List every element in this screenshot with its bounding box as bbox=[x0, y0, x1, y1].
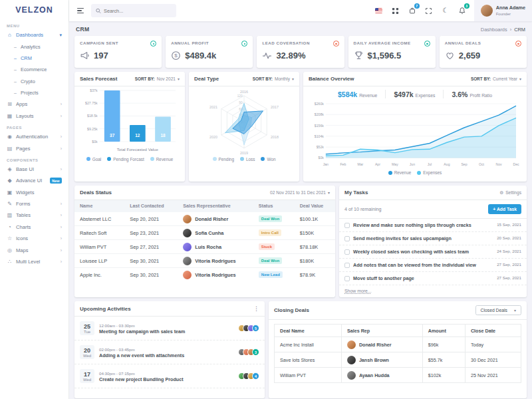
legend-item[interactable]: Revenue bbox=[150, 157, 174, 162]
stat-card-campaign-sent: CAMPAIGN SENT 197 bbox=[74, 36, 162, 68]
caret-down-icon: ▾ bbox=[292, 76, 294, 81]
bell-icon[interactable]: 3 bbox=[458, 6, 467, 15]
stat-card-lead-conversation: LEAD COVERSATION 32.89% bbox=[257, 36, 344, 68]
svg-text:37: 37 bbox=[110, 133, 115, 138]
search-input[interactable] bbox=[104, 8, 172, 14]
date-range-dropdown[interactable]: 02 Nov 2021 to 31 Dec 2021▾ bbox=[270, 190, 330, 195]
svg-text:2021: 2021 bbox=[209, 105, 217, 109]
sort-dropdown[interactable]: SORT BY:Current Year▾ bbox=[471, 76, 521, 81]
brand-logo[interactable]: VELZON bbox=[0, 0, 68, 20]
svg-text:Jun: Jun bbox=[410, 162, 415, 166]
sidebar-item-charts[interactable]: ◔Charts› bbox=[0, 221, 68, 233]
svg-text:$156k: $156k bbox=[315, 124, 324, 128]
svg-text:Nov: Nov bbox=[495, 162, 502, 166]
sidebar-item-tables[interactable]: ▥Tables› bbox=[0, 209, 68, 221]
sidebar-item-projects[interactable]: –Projects bbox=[0, 87, 68, 98]
layouts-icon: ▦ bbox=[7, 113, 13, 119]
caret-down-icon: ▾ bbox=[514, 308, 516, 313]
advance-ui-icon: ◆ bbox=[7, 178, 13, 184]
legend-item[interactable]: Loss bbox=[240, 157, 255, 162]
language-flag-icon[interactable] bbox=[374, 6, 384, 15]
chart-legend: PendingLossWon bbox=[194, 156, 294, 165]
legend-item[interactable]: Revenue bbox=[388, 170, 412, 175]
show-more-link[interactable]: Show more... bbox=[339, 285, 377, 297]
avatar bbox=[183, 243, 192, 251]
chevron-down-icon: ▾ bbox=[59, 33, 62, 38]
task-checkbox[interactable] bbox=[344, 236, 350, 241]
pages-icon: ▤ bbox=[7, 146, 13, 152]
revenue-total: $584k bbox=[338, 90, 357, 98]
sidebar-item-icons[interactable]: ☆Icons› bbox=[0, 233, 68, 244]
table-row: Raitech Soft Sep 23, 2021 Sofia Cunha In… bbox=[74, 226, 335, 240]
sidebar-item-crypto[interactable]: –Crypto bbox=[0, 76, 68, 87]
user-role: Founder bbox=[496, 12, 511, 16]
page-title: CRM bbox=[76, 26, 89, 33]
deals-filter-select[interactable]: Closed Deals▾ bbox=[475, 305, 521, 315]
legend-item[interactable]: Pending Forcast bbox=[107, 157, 144, 162]
avatar bbox=[347, 340, 356, 349]
megaphone-icon bbox=[80, 51, 90, 61]
legend-dot bbox=[107, 157, 111, 161]
task-checkbox[interactable] bbox=[344, 223, 350, 228]
svg-text:$0k: $0k bbox=[92, 140, 98, 144]
svg-text:$37k: $37k bbox=[90, 88, 98, 92]
chevron-right-icon: › bbox=[61, 146, 62, 151]
avatar bbox=[347, 356, 356, 364]
add-task-button[interactable]: + Add Task bbox=[488, 204, 521, 214]
search-icon bbox=[96, 8, 101, 14]
task-checkbox[interactable] bbox=[344, 249, 350, 255]
icons-icon: ☆ bbox=[7, 235, 13, 241]
task-checkbox[interactable] bbox=[344, 263, 350, 268]
sidebar-item-crm[interactable]: –CRM bbox=[0, 53, 68, 64]
activity-item: 25Tue 12:00am - 03:30pmMeeting for campa… bbox=[74, 317, 265, 340]
settings-button[interactable]: ⚙Settings bbox=[499, 190, 521, 196]
legend-item[interactable]: Pending bbox=[213, 157, 234, 162]
breadcrumb-parent[interactable]: Dashboards bbox=[481, 27, 507, 33]
sort-dropdown[interactable]: SORT BY:Nov 2021▾ bbox=[135, 76, 180, 81]
user-menu[interactable]: Anna Adame Founder bbox=[474, 0, 532, 21]
legend-item[interactable]: Won bbox=[261, 157, 275, 162]
cart-icon[interactable]: 7 bbox=[408, 6, 417, 15]
svg-text:Sep: Sep bbox=[461, 162, 467, 166]
fullscreen-icon[interactable] bbox=[424, 6, 434, 15]
sidebar-item-analytics[interactable]: –Analytics bbox=[0, 41, 68, 52]
caret-down-icon: ▾ bbox=[178, 76, 180, 81]
sidebar-item-apps[interactable]: ⊞Apps› bbox=[0, 98, 68, 110]
task-checkbox[interactable] bbox=[344, 276, 350, 281]
activity-date: 17Wed bbox=[80, 369, 94, 383]
sidebar-item-advance-ui[interactable]: ◆Advance UINew bbox=[0, 175, 68, 186]
legend-item[interactable]: Goal bbox=[86, 157, 102, 162]
dash-icon: – bbox=[13, 45, 17, 49]
chevron-right-icon: › bbox=[61, 236, 62, 241]
apps-grid-icon[interactable] bbox=[391, 6, 400, 15]
sidebar-item-forms[interactable]: ✎Forms› bbox=[0, 198, 68, 209]
trend-up-icon bbox=[424, 41, 430, 47]
chevron-right-icon: › bbox=[61, 167, 62, 172]
sidebar-item-authentication[interactable]: ◉Authentication› bbox=[0, 131, 68, 142]
activity-item: 20Wed 02:00pm - 03:45pmAdding a new even… bbox=[74, 340, 265, 364]
dark-mode-icon[interactable]: ☾ bbox=[441, 6, 450, 15]
sidebar-item-layouts[interactable]: ▦Layouts› bbox=[0, 110, 68, 122]
chevron-right-icon: › bbox=[61, 225, 62, 229]
kebab-menu-icon[interactable]: ⋮ bbox=[253, 305, 259, 312]
deals-status-table: Name Last Contacted Sales Representative… bbox=[74, 200, 335, 281]
main-area: 7 ☾ 3 Anna Adame Founder bbox=[69, 0, 532, 399]
upcoming-activities-card: Upcoming Activities ⋮ 25Tue 12:00am - 03… bbox=[74, 301, 265, 398]
sidebar-item-dashboards[interactable]: ⌂Dashboards▾ bbox=[0, 29, 68, 41]
deal-type-card: Deal Type SORT BY:Monthly▾ 2016201720182… bbox=[189, 72, 299, 182]
topbar: 7 ☾ 3 Anna Adame Founder bbox=[69, 0, 532, 21]
sidebar-item-base-ui[interactable]: ◈Base UI› bbox=[0, 164, 68, 175]
legend-item[interactable]: Expenses bbox=[417, 170, 442, 175]
hamburger-icon[interactable] bbox=[76, 7, 85, 15]
sidebar-item-pages[interactable]: ▤Pages› bbox=[0, 142, 68, 154]
trend-down-icon bbox=[333, 41, 339, 47]
sidebar-item-ecommerce[interactable]: –Ecommerce bbox=[0, 64, 68, 75]
sidebar-item-widgets[interactable]: ▣Widgets bbox=[0, 187, 68, 198]
sales-rep: Vitoria Rodrigues bbox=[183, 271, 248, 279]
avatar bbox=[183, 229, 192, 237]
sidebar-item-multi-level[interactable]: ∴Multi Level› bbox=[0, 256, 68, 267]
chevron-right-icon: › bbox=[61, 134, 62, 139]
deals-status-card: Deals Status 02 Nov 2021 to 31 Dec 2021▾… bbox=[74, 186, 335, 297]
sort-dropdown[interactable]: SORT BY:Monthly▾ bbox=[253, 76, 294, 81]
sidebar-item-maps[interactable]: ◎Maps› bbox=[0, 244, 68, 255]
